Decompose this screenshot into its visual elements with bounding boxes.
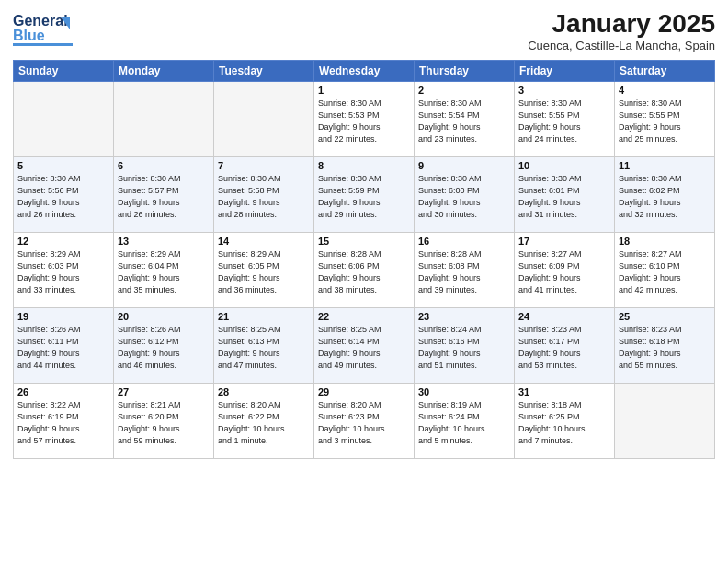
calendar-cell: 30Sunrise: 8:19 AM Sunset: 6:24 PM Dayli… [415, 384, 515, 459]
day-number: 16 [418, 236, 510, 247]
calendar-week-row: 26Sunrise: 8:22 AM Sunset: 6:19 PM Dayli… [14, 384, 715, 459]
calendar-cell: 22Sunrise: 8:25 AM Sunset: 6:14 PM Dayli… [314, 308, 415, 384]
day-detail: Sunrise: 8:26 AM Sunset: 6:11 PM Dayligh… [17, 324, 109, 372]
calendar-week-row: 5Sunrise: 8:30 AM Sunset: 5:56 PM Daylig… [14, 157, 715, 233]
calendar-cell: 9Sunrise: 8:30 AM Sunset: 6:00 PM Daylig… [415, 157, 515, 233]
day-number: 8 [318, 160, 410, 171]
day-number: 9 [418, 160, 510, 171]
day-number: 7 [218, 160, 310, 171]
calendar-cell: 24Sunrise: 8:23 AM Sunset: 6:17 PM Dayli… [515, 308, 615, 384]
day-number: 10 [518, 160, 610, 171]
day-detail: Sunrise: 8:29 AM Sunset: 6:05 PM Dayligh… [218, 248, 310, 296]
logo: General Blue [13, 9, 96, 50]
col-header-monday: Monday [114, 61, 214, 82]
day-number: 22 [318, 311, 410, 322]
col-header-friday: Friday [515, 61, 615, 82]
svg-text:Blue: Blue [13, 28, 45, 43]
title-block: January 2025 Cuenca, Castille-La Mancha,… [528, 9, 715, 52]
calendar-week-row: 1Sunrise: 8:30 AM Sunset: 5:53 PM Daylig… [14, 82, 715, 157]
day-number: 18 [619, 236, 711, 247]
calendar-cell: 26Sunrise: 8:22 AM Sunset: 6:19 PM Dayli… [14, 384, 114, 459]
day-detail: Sunrise: 8:18 AM Sunset: 6:25 PM Dayligh… [518, 399, 610, 447]
calendar-cell: 12Sunrise: 8:29 AM Sunset: 6:03 PM Dayli… [14, 233, 114, 308]
calendar-cell: 10Sunrise: 8:30 AM Sunset: 6:01 PM Dayli… [515, 157, 615, 233]
day-detail: Sunrise: 8:24 AM Sunset: 6:16 PM Dayligh… [418, 324, 510, 372]
day-detail: Sunrise: 8:27 AM Sunset: 6:09 PM Dayligh… [518, 248, 610, 296]
day-number: 17 [518, 236, 610, 247]
day-number: 12 [17, 236, 109, 247]
calendar-cell: 31Sunrise: 8:18 AM Sunset: 6:25 PM Dayli… [515, 384, 615, 459]
calendar-cell: 6Sunrise: 8:30 AM Sunset: 5:57 PM Daylig… [114, 157, 214, 233]
day-detail: Sunrise: 8:20 AM Sunset: 6:22 PM Dayligh… [218, 399, 310, 447]
month-year-title: January 2025 [528, 9, 715, 39]
day-number: 30 [418, 386, 510, 397]
day-number: 25 [619, 311, 711, 322]
day-detail: Sunrise: 8:30 AM Sunset: 5:58 PM Dayligh… [218, 173, 310, 221]
day-detail: Sunrise: 8:29 AM Sunset: 6:04 PM Dayligh… [118, 248, 210, 296]
day-detail: Sunrise: 8:25 AM Sunset: 6:13 PM Dayligh… [218, 324, 310, 372]
day-detail: Sunrise: 8:21 AM Sunset: 6:20 PM Dayligh… [118, 399, 210, 447]
calendar-cell: 18Sunrise: 8:27 AM Sunset: 6:10 PM Dayli… [615, 233, 715, 308]
day-number: 23 [418, 311, 510, 322]
day-number: 2 [418, 85, 510, 96]
calendar-header-row: SundayMondayTuesdayWednesdayThursdayFrid… [14, 61, 715, 82]
day-number: 15 [318, 236, 410, 247]
calendar-cell: 2Sunrise: 8:30 AM Sunset: 5:54 PM Daylig… [415, 82, 515, 157]
logo-svg: General Blue [13, 9, 96, 50]
day-number: 27 [118, 386, 210, 397]
calendar-cell: 3Sunrise: 8:30 AM Sunset: 5:55 PM Daylig… [515, 82, 615, 157]
day-number: 24 [518, 311, 610, 322]
calendar-cell: 15Sunrise: 8:28 AM Sunset: 6:06 PM Dayli… [314, 233, 415, 308]
day-number: 13 [118, 236, 210, 247]
calendar-cell: 23Sunrise: 8:24 AM Sunset: 6:16 PM Dayli… [415, 308, 515, 384]
col-header-saturday: Saturday [615, 61, 715, 82]
calendar-table: SundayMondayTuesdayWednesdayThursdayFrid… [13, 60, 715, 459]
day-number: 4 [619, 85, 711, 96]
calendar-cell [14, 82, 114, 157]
day-number: 11 [619, 160, 711, 171]
day-detail: Sunrise: 8:29 AM Sunset: 6:03 PM Dayligh… [17, 248, 109, 296]
day-number: 26 [17, 386, 109, 397]
svg-text:General: General [13, 13, 68, 29]
day-number: 28 [218, 386, 310, 397]
day-detail: Sunrise: 8:30 AM Sunset: 5:55 PM Dayligh… [619, 98, 711, 145]
day-number: 14 [218, 236, 310, 247]
day-number: 5 [17, 160, 109, 171]
col-header-tuesday: Tuesday [214, 61, 314, 82]
day-detail: Sunrise: 8:27 AM Sunset: 6:10 PM Dayligh… [619, 248, 711, 296]
day-number: 19 [17, 311, 109, 322]
calendar-cell: 28Sunrise: 8:20 AM Sunset: 6:22 PM Dayli… [214, 384, 314, 459]
day-detail: Sunrise: 8:19 AM Sunset: 6:24 PM Dayligh… [418, 399, 510, 447]
day-number: 31 [518, 386, 610, 397]
calendar-cell: 27Sunrise: 8:21 AM Sunset: 6:20 PM Dayli… [114, 384, 214, 459]
calendar-cell: 20Sunrise: 8:26 AM Sunset: 6:12 PM Dayli… [114, 308, 214, 384]
day-detail: Sunrise: 8:30 AM Sunset: 6:02 PM Dayligh… [619, 173, 711, 221]
day-detail: Sunrise: 8:28 AM Sunset: 6:08 PM Dayligh… [418, 248, 510, 296]
calendar-cell: 16Sunrise: 8:28 AM Sunset: 6:08 PM Dayli… [415, 233, 515, 308]
day-detail: Sunrise: 8:23 AM Sunset: 6:17 PM Dayligh… [518, 324, 610, 372]
col-header-sunday: Sunday [14, 61, 114, 82]
calendar-cell: 21Sunrise: 8:25 AM Sunset: 6:13 PM Dayli… [214, 308, 314, 384]
day-detail: Sunrise: 8:20 AM Sunset: 6:23 PM Dayligh… [318, 399, 410, 447]
calendar-cell: 1Sunrise: 8:30 AM Sunset: 5:53 PM Daylig… [314, 82, 415, 157]
page: General Blue January 2025 Cuenca, Castil… [0, 0, 728, 563]
calendar-cell: 8Sunrise: 8:30 AM Sunset: 5:59 PM Daylig… [314, 157, 415, 233]
day-detail: Sunrise: 8:30 AM Sunset: 5:55 PM Dayligh… [518, 98, 610, 145]
day-number: 21 [218, 311, 310, 322]
calendar-week-row: 12Sunrise: 8:29 AM Sunset: 6:03 PM Dayli… [14, 233, 715, 308]
day-detail: Sunrise: 8:22 AM Sunset: 6:19 PM Dayligh… [17, 399, 109, 447]
calendar-cell: 29Sunrise: 8:20 AM Sunset: 6:23 PM Dayli… [314, 384, 415, 459]
day-number: 6 [118, 160, 210, 171]
col-header-thursday: Thursday [415, 61, 515, 82]
day-detail: Sunrise: 8:30 AM Sunset: 5:57 PM Dayligh… [118, 173, 210, 221]
day-detail: Sunrise: 8:23 AM Sunset: 6:18 PM Dayligh… [619, 324, 711, 372]
calendar-cell: 11Sunrise: 8:30 AM Sunset: 6:02 PM Dayli… [615, 157, 715, 233]
calendar-cell: 19Sunrise: 8:26 AM Sunset: 6:11 PM Dayli… [14, 308, 114, 384]
day-detail: Sunrise: 8:26 AM Sunset: 6:12 PM Dayligh… [118, 324, 210, 372]
calendar-cell: 4Sunrise: 8:30 AM Sunset: 5:55 PM Daylig… [615, 82, 715, 157]
col-header-wednesday: Wednesday [314, 61, 415, 82]
day-detail: Sunrise: 8:25 AM Sunset: 6:14 PM Dayligh… [318, 324, 410, 372]
calendar-cell [615, 384, 715, 459]
header: General Blue January 2025 Cuenca, Castil… [13, 9, 715, 52]
day-detail: Sunrise: 8:30 AM Sunset: 5:53 PM Dayligh… [318, 98, 410, 145]
